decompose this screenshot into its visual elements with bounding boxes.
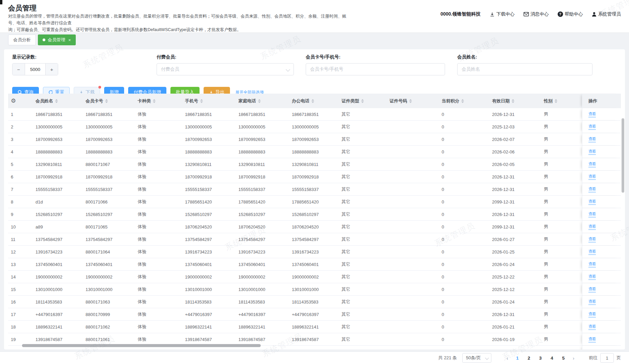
cell-phone: 18896322141 [182,324,236,330]
cell-card: 15268510297 [83,212,135,217]
card-phone-input[interactable]: 会员卡号/手机号 [306,63,445,75]
paid-member-select[interactable]: 付费会员 [157,63,294,75]
sort-icon[interactable] [105,99,108,103]
cell-id_type: 其它 [339,186,387,192]
tab-member-analysis[interactable]: 会员分析 [8,34,36,45]
cell-id_type: 其它 [339,211,387,217]
view-link[interactable]: 查看 [588,299,596,305]
header-valid-date[interactable]: 有效日期 [489,98,541,104]
stepper-minus-button[interactable]: − [13,64,25,75]
sort-icon[interactable] [361,99,364,103]
stepper-plus-button[interactable]: + [45,64,58,75]
page-description-line2: 询；可屏蔽会员、可重置会员密码。还可管理批发会员，需新增到系统参数Default… [8,26,346,33]
sort-icon[interactable] [512,99,514,103]
chevron-down-icon [286,67,290,72]
header-home-phone[interactable]: 家庭电话 [236,98,289,104]
cell-card: 15555158337 [83,187,135,192]
view-link[interactable]: 查看 [588,136,596,142]
sort-icon[interactable] [153,99,156,103]
view-link[interactable]: 查看 [588,311,596,317]
sort-icon[interactable] [461,99,464,103]
page-number-2[interactable]: 2 [524,356,534,361]
cell-card: 13010001000 [83,287,135,292]
help-center-link[interactable]: ? 帮助中心 [558,11,583,17]
view-link[interactable]: 查看 [588,261,596,267]
notification-dot [98,86,101,89]
page-number-5[interactable]: 5 [558,356,568,361]
cell-id_type: 其它 [339,224,387,230]
header-label: 操作 [588,98,597,104]
header-label: 卡种类 [138,98,151,104]
header-member-name[interactable]: 会员姓名 [33,98,83,104]
view-link[interactable]: 查看 [588,286,596,292]
sort-icon[interactable] [311,99,314,103]
cell-card: 8800171067 [83,162,135,167]
view-link[interactable]: 查看 [588,124,596,130]
sort-icon[interactable] [55,99,58,103]
prev-page-button[interactable]: ‹ [503,355,512,361]
view-link[interactable]: 查看 [588,236,596,242]
header-office-phone[interactable]: 办公电话 [289,98,339,104]
member-name-input[interactable]: 会员姓名 [457,63,592,75]
admin-user-menu[interactable]: 系统管理员 [592,11,621,17]
cell-points: 0 [439,162,489,167]
view-link[interactable]: 查看 [588,336,596,342]
sort-icon[interactable] [200,99,203,103]
cell-actions: 查看 [582,183,620,195]
record-count-value[interactable]: 5000 [25,64,45,75]
header-member-card[interactable]: 会员卡号 [83,98,135,104]
member-management-page: 会员管理 对注册会员的管理，管理员在这里对会员进行增删改查，批量删除会员、批量积… [0,0,629,364]
cell-date: 2026-02-07 [489,137,541,142]
view-link[interactable]: 查看 [588,111,596,117]
cell-index: 6 [8,174,33,179]
cell-actions: 查看 [582,296,620,308]
cell-index: 2 [8,124,33,129]
view-link[interactable]: 查看 [588,149,596,155]
horizontal-scrollbar[interactable] [22,344,261,347]
sort-icon[interactable] [409,99,412,103]
sort-icon[interactable] [258,99,261,103]
download-center-link[interactable]: 下载中心 [490,11,515,17]
cell-id_type: 其它 [339,336,387,342]
cell-date: 2026-01-18 [489,349,541,350]
cell-gender: 男 [541,199,582,205]
table-row: 10a89800171065体验187062045201870620452018… [8,221,621,233]
gear-icon[interactable]: ⚙ [11,98,16,104]
next-page-button[interactable]: › [569,355,578,361]
header-points[interactable]: 当前积分 [439,98,489,104]
header-card-type[interactable]: 卡种类 [135,98,182,104]
view-link[interactable]: 查看 [588,249,596,255]
tab-member-manage[interactable]: 会员管理 × [38,34,76,45]
cell-type: 体验 [135,224,182,230]
tab-bar: 会员分析 会员管理 × [8,34,76,45]
view-link[interactable]: 查看 [588,211,596,217]
view-link[interactable]: 查看 [588,324,596,330]
page-size-select[interactable]: 50条/页 [462,353,491,363]
header-id-type[interactable]: 证件类型 [339,98,387,104]
page-number-3[interactable]: 3 [535,356,545,361]
view-link[interactable]: 查看 [588,274,596,280]
column-settings-header[interactable]: ⚙ [8,98,33,104]
view-link[interactable]: 查看 [588,199,596,205]
view-link[interactable]: 查看 [588,224,596,230]
header-phone[interactable]: 手机号 [182,98,236,104]
view-link[interactable]: 查看 [588,174,596,180]
vertical-scrollbar[interactable] [622,118,624,193]
close-icon[interactable]: × [68,38,71,43]
cell-home: 13918674587 [236,337,289,342]
message-center-link[interactable]: 消息中心 [523,11,549,17]
sort-icon[interactable] [555,99,557,103]
page-number-4[interactable]: 4 [547,356,557,361]
cell-card: 8800170999 [83,312,135,317]
filter-card-phone: 会员卡号/手机号: 会员卡号/手机号 [306,54,445,75]
top-nav: 0000.领锋智能科技 下载中心 消息中心 ? 帮助中心 系统管理员 [440,11,621,17]
header-label: 证件号码 [390,98,407,104]
header-id-number[interactable]: 证件号码 [387,98,439,104]
view-link[interactable]: 查看 [588,186,596,192]
view-link[interactable]: 查看 [588,161,596,167]
page-number-1[interactable]: 1 [512,356,522,361]
goto-page-input[interactable]: 1 [600,353,614,363]
header-gender[interactable]: 性别 [541,98,582,104]
cell-card: 8800171064 [83,249,135,254]
view-link[interactable]: 查看 [588,349,596,349]
